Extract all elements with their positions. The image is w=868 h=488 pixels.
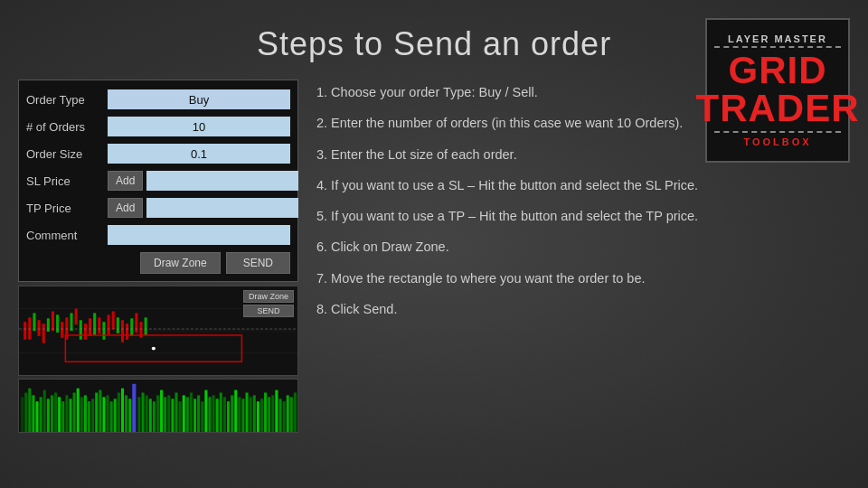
svg-rect-93 <box>238 397 241 432</box>
svg-rect-97 <box>253 395 256 432</box>
svg-rect-100 <box>264 393 267 433</box>
instruction-4-text: 4. If you want to use a SL – Hit the but… <box>316 178 698 192</box>
svg-rect-30 <box>145 317 147 335</box>
svg-rect-98 <box>257 401 259 432</box>
instruction-2-text: 2. Enter the number of orders (in this c… <box>316 116 683 130</box>
svg-rect-84 <box>204 390 207 432</box>
svg-rect-7 <box>38 320 41 336</box>
svg-rect-23 <box>112 311 115 329</box>
input-tp-price[interactable] <box>146 198 298 218</box>
logo-trader-text: TRADER <box>696 89 860 127</box>
instruction-5: 5. If you want to use a TP – Hit the but… <box>316 207 850 225</box>
chart-send-button[interactable]: SEND <box>243 305 294 317</box>
input-num-orders[interactable] <box>108 117 290 136</box>
instruction-7: 7. Move the rectangle to where you want … <box>316 269 850 287</box>
input-order-type[interactable] <box>108 89 290 109</box>
svg-rect-103 <box>275 390 278 432</box>
svg-rect-47 <box>65 395 68 432</box>
input-order-size[interactable] <box>108 144 290 164</box>
svg-rect-17 <box>84 324 87 340</box>
svg-rect-18 <box>89 318 91 336</box>
svg-rect-80 <box>190 393 193 433</box>
svg-rect-40 <box>40 397 42 432</box>
svg-rect-69 <box>149 399 152 432</box>
label-order-type: Order Type <box>26 93 108 107</box>
svg-rect-41 <box>43 390 46 432</box>
svg-rect-64 <box>128 399 131 432</box>
svg-rect-82 <box>197 395 200 432</box>
svg-rect-50 <box>77 389 80 432</box>
svg-rect-61 <box>118 393 120 433</box>
svg-rect-62 <box>121 389 124 432</box>
svg-rect-81 <box>193 399 196 432</box>
svg-rect-88 <box>220 393 222 433</box>
tp-add-button[interactable]: Add <box>108 198 143 218</box>
svg-rect-9 <box>47 318 50 332</box>
svg-rect-75 <box>171 399 174 432</box>
logo-layer-master-text: LAYER MASTER <box>728 33 827 44</box>
svg-rect-105 <box>283 401 286 432</box>
svg-rect-89 <box>223 397 226 432</box>
svg-rect-46 <box>61 401 64 432</box>
form-row-order-type: Order Type <box>26 88 290 111</box>
svg-rect-68 <box>146 395 148 432</box>
svg-rect-26 <box>126 324 128 340</box>
svg-rect-71 <box>156 395 159 432</box>
svg-rect-55 <box>95 393 98 433</box>
svg-rect-39 <box>35 401 38 432</box>
instruction-8-text: 8. Click Send. <box>316 302 397 316</box>
svg-rect-22 <box>108 314 110 334</box>
svg-rect-60 <box>114 399 117 432</box>
input-sl-price[interactable] <box>146 171 298 191</box>
svg-rect-27 <box>130 318 133 336</box>
svg-rect-78 <box>183 395 185 432</box>
instruction-1-text: 1. Choose your order Type: Buy / Sell. <box>316 85 538 99</box>
form-row-tp-price: TP Price Add <box>26 196 290 220</box>
svg-rect-48 <box>69 399 71 432</box>
svg-rect-25 <box>121 320 124 343</box>
svg-rect-99 <box>260 399 263 432</box>
svg-rect-10 <box>52 311 54 331</box>
chart-bottom-svg <box>19 380 297 432</box>
svg-rect-96 <box>250 397 252 432</box>
svg-rect-44 <box>54 393 57 433</box>
chart-top-mini-buttons: Draw Zone SEND <box>243 290 294 317</box>
label-order-size: Order Size <box>26 147 108 161</box>
sl-add-button[interactable]: Add <box>108 171 143 191</box>
label-sl-price: SL Price <box>26 174 108 188</box>
svg-rect-42 <box>47 399 50 432</box>
instruction-5-text: 5. If you want to use a TP – Hit the but… <box>316 209 698 223</box>
svg-rect-59 <box>110 401 113 432</box>
page-wrapper: Steps to Send an order LAYER MASTER GRID… <box>0 0 868 488</box>
svg-rect-12 <box>61 322 63 338</box>
svg-rect-8 <box>42 324 45 343</box>
input-comment[interactable] <box>108 225 290 245</box>
chart-draw-zone-button[interactable]: Draw Zone <box>243 290 294 303</box>
svg-rect-20 <box>98 317 100 333</box>
svg-rect-73 <box>164 397 166 432</box>
svg-rect-101 <box>268 397 270 432</box>
form-row-sl-price: SL Price Add <box>26 169 290 192</box>
draw-zone-button[interactable]: Draw Zone <box>140 252 221 274</box>
svg-rect-76 <box>175 393 177 433</box>
svg-rect-35 <box>21 397 24 432</box>
svg-rect-52 <box>84 395 87 432</box>
svg-rect-87 <box>216 399 219 432</box>
svg-rect-67 <box>142 393 145 433</box>
instruction-6-text: 6. Click on Draw Zone. <box>316 239 449 254</box>
instruction-6: 6. Click on Draw Zone. <box>316 238 850 256</box>
svg-rect-5 <box>28 317 31 340</box>
label-tp-price: TP Price <box>26 202 108 215</box>
svg-rect-54 <box>91 399 94 432</box>
label-num-orders: # of Orders <box>26 120 108 134</box>
left-panel: Order Type # of Orders Order Size SL Pri… <box>18 80 298 436</box>
svg-rect-95 <box>246 393 249 433</box>
svg-rect-57 <box>102 397 105 432</box>
chart-top: Draw Zone SEND <box>18 286 298 376</box>
logo-container: LAYER MASTER GRID TRADER TOOLBOX <box>705 18 850 163</box>
send-button[interactable]: SEND <box>226 252 290 274</box>
svg-rect-28 <box>135 313 137 333</box>
instruction-3-text: 3. Enter the Lot size of each order. <box>316 147 517 162</box>
form-action-buttons: Draw Zone SEND <box>26 252 290 274</box>
svg-rect-106 <box>287 395 289 432</box>
